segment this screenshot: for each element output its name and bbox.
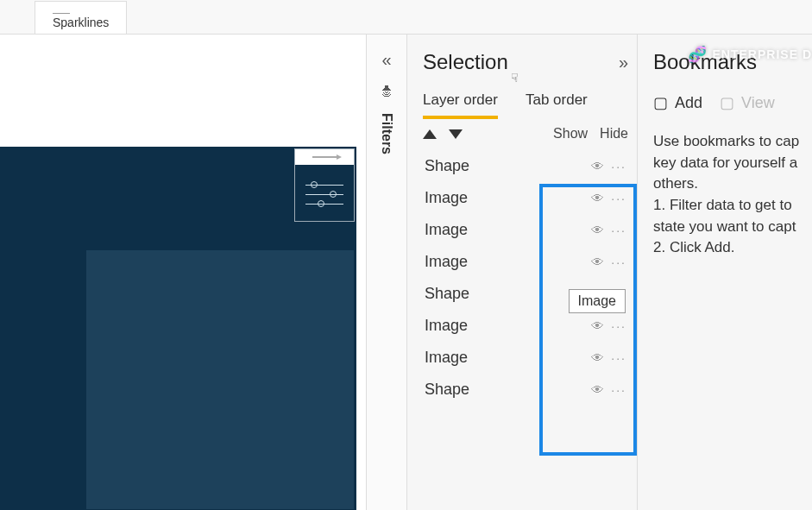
tooltip: Image (569, 289, 626, 313)
visual-header[interactable] (295, 149, 354, 165)
layer-item[interactable]: Image 👁··· (423, 342, 628, 374)
tab-layer-order[interactable]: Layer order (423, 91, 498, 119)
sliders-icon (295, 165, 354, 218)
more-icon[interactable]: ··· (611, 255, 626, 269)
layer-item[interactable]: Image 👁··· (423, 310, 628, 342)
dna-icon: 🧬 (688, 45, 708, 64)
layer-item-label: Image (425, 221, 468, 239)
collapse-selection-icon[interactable]: » (619, 53, 628, 72)
layer-item-label: Shape (425, 381, 469, 399)
cursor-pointer-icon: ☟ (511, 71, 519, 85)
more-icon[interactable]: ··· (611, 351, 626, 365)
more-icon[interactable]: ··· (611, 160, 626, 173)
ribbon-bar: Sparklines (0, 0, 812, 35)
layer-list: ☟ Shape 👁··· Image 👁··· Image 👁··· Image… (423, 150, 628, 406)
visual-placeholder[interactable] (86, 250, 354, 509)
filters-pane-collapsed: « 🕪 Filters (367, 35, 407, 510)
layer-item-label: Image (425, 349, 468, 367)
filters-label: Filters (379, 113, 394, 154)
tab-tab-order[interactable]: Tab order (526, 91, 588, 119)
visibility-icon[interactable]: 👁 (591, 350, 604, 365)
visibility-icon[interactable]: 👁 (591, 223, 604, 237)
add-label: Add (675, 94, 702, 112)
more-icon[interactable]: ··· (611, 383, 626, 397)
more-icon[interactable]: ··· (611, 192, 626, 205)
expand-filters-icon[interactable]: « (381, 50, 391, 70)
selection-pane: Selection » Layer order Tab order Show H… (407, 35, 638, 510)
pen-icon (312, 156, 337, 158)
bookmark-icon: ▢ (653, 93, 668, 112)
layer-item[interactable]: Shape 👁··· (423, 374, 628, 406)
view-bookmark-button: ▢ View (720, 93, 775, 112)
add-bookmark-button[interactable]: ▢ Add (653, 93, 702, 112)
visibility-icon[interactable]: 👁 (591, 159, 604, 173)
layer-item-label: Image (425, 253, 468, 271)
more-icon[interactable]: ··· (611, 224, 626, 237)
move-up-button[interactable] (423, 129, 437, 139)
ribbon-group-label: Sparklines (53, 16, 109, 29)
layer-item-label: Image (425, 189, 468, 207)
watermark: 🧬 ENTERPRISE D (688, 45, 812, 64)
layer-item[interactable]: Shape 👁··· (423, 150, 628, 182)
visibility-icon[interactable]: 👁 (591, 382, 604, 397)
selection-title: Selection (423, 50, 508, 74)
layer-item-label: Image (425, 317, 468, 335)
visibility-icon[interactable]: 👁 (591, 318, 604, 333)
bookmarks-pane: 🧬 ENTERPRISE D Bookmarks ▢ Add ▢ View Us… (638, 35, 812, 510)
layer-item-label: Shape (425, 285, 469, 303)
move-down-button[interactable] (449, 129, 463, 139)
report-canvas[interactable] (0, 35, 367, 510)
layer-item[interactable]: Image 👁··· (423, 182, 628, 214)
speaker-icon: 🕪 (379, 85, 394, 98)
visibility-icon[interactable]: 👁 (591, 191, 604, 205)
bookmarks-help-text: Use bookmarks to cap key data for yourse… (653, 131, 812, 259)
layer-item-label: Shape (425, 157, 469, 175)
view-label: View (741, 94, 775, 112)
slicer-visual[interactable] (294, 148, 355, 222)
layer-item[interactable]: Image 👁··· (423, 246, 628, 278)
ribbon-group-sparklines[interactable]: Sparklines (35, 1, 127, 34)
watermark-text: ENTERPRISE D (713, 47, 812, 61)
hide-column-label: Hide (600, 126, 628, 142)
visibility-icon[interactable]: 👁 (591, 255, 604, 269)
report-page[interactable] (0, 147, 356, 510)
more-icon[interactable]: ··· (611, 319, 626, 333)
layer-item[interactable]: Image 👁··· (423, 214, 628, 246)
view-icon: ▢ (720, 93, 734, 112)
show-column-label: Show (553, 126, 588, 142)
